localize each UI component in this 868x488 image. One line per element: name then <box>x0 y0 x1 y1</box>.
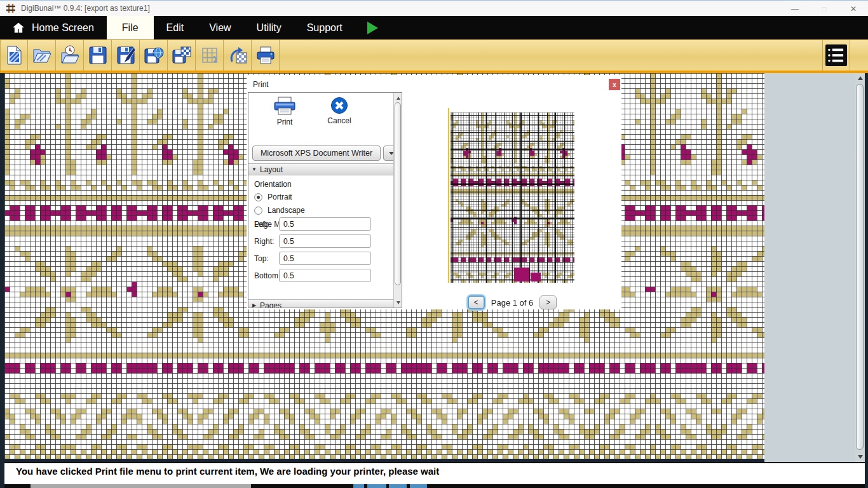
layer-list-button[interactable] <box>822 40 850 71</box>
close-button[interactable]: ✕ <box>839 1 868 17</box>
print-icon <box>255 45 276 65</box>
section-pages[interactable]: ▶ Pages <box>248 299 394 308</box>
page-indicator: Page 1 of 6 <box>491 298 534 308</box>
canvas-empty-area <box>764 73 855 462</box>
cancel-button-label: Cancel <box>327 116 351 125</box>
scrollbar-thumb[interactable] <box>856 84 864 450</box>
play-icon <box>365 20 379 36</box>
print-button[interactable] <box>252 40 280 71</box>
menu-support[interactable]: Support <box>294 16 355 39</box>
margin-top-input[interactable] <box>279 252 371 265</box>
scroll-up-icon[interactable] <box>394 93 402 102</box>
toolbar <box>0 39 868 73</box>
margin-top-label: Top: <box>254 254 269 263</box>
menu-utility[interactable]: Utility <box>244 16 294 39</box>
section-layout[interactable]: ▼ Layout <box>248 163 394 175</box>
menu-file[interactable]: File <box>107 16 154 39</box>
texture-convert-button[interactable] <box>224 40 252 71</box>
radio-landscape[interactable]: Landscape <box>254 206 305 215</box>
scroll-down-icon[interactable] <box>394 298 402 307</box>
open-file-icon <box>32 45 52 65</box>
page-navigation: < Page 1 of 6 > <box>403 294 621 311</box>
export-texture-button[interactable] <box>168 40 196 71</box>
section-layout-label: Layout <box>260 165 283 174</box>
menu-label: Home Screen <box>32 22 94 34</box>
dialog-print-button[interactable]: Print <box>262 97 307 126</box>
status-message: You have clicked Print file menu to prin… <box>16 466 439 477</box>
application-window: DigiBunai™ 0.9.4: [export as texture1] —… <box>0 0 868 488</box>
section-pages-label: Pages <box>260 301 281 309</box>
print-dialog-title: Print <box>253 80 269 89</box>
open-recent-icon <box>60 45 80 65</box>
export-texture-icon <box>172 45 192 65</box>
cancel-x-icon <box>330 97 348 114</box>
save-button[interactable] <box>84 40 112 71</box>
export-save-icon <box>144 45 164 65</box>
menu-edit[interactable]: Edit <box>154 16 197 39</box>
toolbar-spacer <box>280 40 822 71</box>
next-page-button[interactable]: > <box>539 295 557 309</box>
radio-selected-icon <box>254 193 262 201</box>
scroll-segment <box>367 484 386 488</box>
save-icon <box>88 45 108 65</box>
canvas-vertical-scrollbar[interactable] <box>855 73 865 462</box>
run-button[interactable] <box>355 16 379 39</box>
scroll-segment <box>389 484 407 488</box>
margin-bottom-input[interactable] <box>279 269 371 282</box>
maximize-button: □ <box>810 1 839 17</box>
portrait-label: Portrait <box>268 193 292 201</box>
open-recent-button[interactable] <box>56 40 84 71</box>
pane-scrollbar[interactable] <box>393 93 402 308</box>
margin-right-label: Right: <box>254 237 274 246</box>
menu-bar: Home Screen File Edit View Utility Suppo… <box>0 16 868 39</box>
texture-convert-icon <box>227 45 248 65</box>
landscape-label: Landscape <box>268 206 305 215</box>
print-preview-page <box>451 112 574 283</box>
graph-grid-icon <box>200 45 220 65</box>
export-save-button[interactable] <box>140 40 168 71</box>
status-bar: You have clicked Print file menu to prin… <box>4 462 865 484</box>
print-dialog: Print x Print <box>247 75 621 309</box>
printer-icon <box>272 97 297 116</box>
printer-select-value: Microsoft XPS Document Writer <box>253 149 380 158</box>
expand-arrow-icon: ▶ <box>248 302 260 308</box>
previous-page-button[interactable]: < <box>468 295 485 309</box>
save-as-button[interactable] <box>112 40 140 71</box>
print-options-pane: Print Cancel Microsoft XPS Document Writ… <box>248 92 402 308</box>
list-menu-icon <box>825 44 847 66</box>
menu-home-screen[interactable]: Home Screen <box>0 16 107 39</box>
printer-select[interactable]: Microsoft XPS Document Writer <box>252 146 381 161</box>
weave-hash-icon <box>6 3 16 13</box>
margin-bottom-label: Bottom: <box>254 271 280 280</box>
dialog-close-button[interactable]: x <box>609 79 620 90</box>
menu-view[interactable]: View <box>196 16 243 39</box>
horizontal-scrollbar[interactable] <box>4 484 865 488</box>
margin-right-input[interactable] <box>279 234 371 248</box>
title-bar: DigiBunai™ 0.9.4: [export as texture1] —… <box>0 0 868 16</box>
scroll-up-icon[interactable] <box>855 73 865 83</box>
pane-scrollbar-thumb[interactable] <box>395 102 401 285</box>
print-button-label: Print <box>277 118 293 126</box>
scroll-segment <box>353 484 364 488</box>
save-as-icon <box>116 45 136 65</box>
minimize-button[interactable]: — <box>780 1 810 17</box>
margin-left-label: Left: <box>254 220 269 229</box>
graph-grid-button[interactable] <box>196 40 224 71</box>
home-icon <box>11 21 25 35</box>
margin-left-input[interactable] <box>279 217 371 231</box>
scroll-segment <box>410 484 427 488</box>
window-title: DigiBunai™ 0.9.4: [export as texture1] <box>21 4 150 13</box>
radio-portrait[interactable]: Portrait <box>254 193 292 201</box>
new-file-button[interactable] <box>0 40 28 71</box>
dialog-cancel-button[interactable]: Cancel <box>317 97 362 125</box>
new-file-icon <box>4 45 24 65</box>
horizontal-scrollbar-thumb[interactable] <box>31 484 251 488</box>
scroll-down-icon[interactable] <box>855 452 865 462</box>
collapse-arrow-icon: ▼ <box>248 166 260 172</box>
orientation-label: Orientation <box>254 180 292 189</box>
radio-unselected-icon <box>254 207 262 215</box>
print-preview-area: < Page 1 of 6 > <box>403 92 621 309</box>
preview-margin-line <box>448 108 449 283</box>
open-file-button[interactable] <box>28 40 56 71</box>
